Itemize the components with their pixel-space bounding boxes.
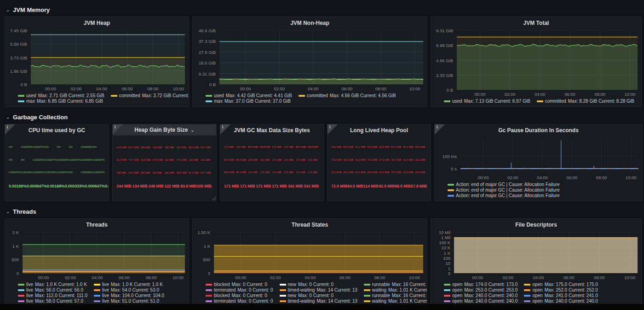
panel-title[interactable]: JVM Total xyxy=(431,17,641,28)
grid-value: 0% xyxy=(57,146,69,148)
legend-item[interactable]: openMax: 240.0 Current: 240.0 xyxy=(444,298,518,304)
panel-title[interactable]: JVM Non-Heap xyxy=(193,17,427,28)
legend-item[interactable]: openMax: 175.0 Current: 175.0 xyxy=(524,282,598,287)
panel-info-icon[interactable]: i xyxy=(113,124,123,135)
grid-value: 32.2 MiB xyxy=(403,171,415,174)
grid-total-value: 341 MiB xyxy=(288,184,304,188)
legend-item[interactable]: runnableMax: 16 Current: 15 xyxy=(364,282,427,287)
grid-value: 85.8 MiB xyxy=(308,146,320,148)
panel-cpu-time-used-by-gc: i CPU time used by GC 0%0.00033%0.00047%… xyxy=(5,124,109,201)
grid-value: 57.1 MiB xyxy=(391,146,403,148)
panel-info-icon[interactable]: i xyxy=(220,124,230,135)
series-color-dash xyxy=(94,295,100,297)
legend-item[interactable]: liveMax: 56.0 Current: 56.0 xyxy=(18,287,87,292)
series-color-dash xyxy=(448,195,454,197)
grid-total-value: 62.5 MiB xyxy=(379,184,395,188)
legend-item[interactable]: openMax: 241.0 Current: 241.0 xyxy=(524,293,598,298)
legend-item[interactable]: newMax: 0 Current: 0 xyxy=(280,282,357,287)
plot-area[interactable] xyxy=(31,30,185,84)
plot-area[interactable] xyxy=(214,232,423,273)
panel-title[interactable]: Long Lived Heap Pool xyxy=(328,124,431,135)
value-row: 91.3 MiB73.7 MiB33.8 MiB47.8 MiB110 MiB7… xyxy=(116,158,213,161)
gc-pause-chart[interactable]: 100 ms0 s00:0002:0004:0006:0008:0010:00 xyxy=(437,136,639,181)
grid-value: 27.3 MiB xyxy=(379,158,391,161)
legend-item[interactable]: terminatedMax: 0 Current: 0 xyxy=(206,287,273,292)
legend-item[interactable]: blockedMax: 0 Current: 0 xyxy=(206,282,273,287)
legend-item[interactable]: committedMax: 3.72 GiB Current: 3.72 GiB xyxy=(111,93,189,98)
dashboard: ⌄ JVM Memory JVM Heap 7.45 GiB5.59 GiB3.… xyxy=(0,0,644,307)
panel-title[interactable]: JVM GC Max Data Size Bytes xyxy=(220,124,323,135)
legend-item[interactable]: openMax: 253.0 Current: 253.0 xyxy=(444,287,518,292)
series-color-dash xyxy=(280,295,286,297)
panel-info-icon[interactable]: i xyxy=(5,124,15,135)
grid-value: 0.00033% xyxy=(33,171,45,174)
grid-value: 41.4 MiB xyxy=(403,158,415,161)
legend-item[interactable]: usedMax: 4.42 GiB Current: 4.41 GiB xyxy=(206,93,292,98)
legend-item[interactable]: committedMax: 4.56 GiB Current: 4.56 GiB xyxy=(299,93,396,98)
legend-item[interactable]: usedMax: 2.71 GiB Current: 2.55 GiB xyxy=(18,93,104,98)
legend-item[interactable]: timed-waitingMax: 14 Current: 13 xyxy=(280,287,357,292)
grid-value: 79.0 MiB xyxy=(367,158,379,161)
legend-item[interactable]: Action: end of major GC | Cause: Allocat… xyxy=(448,193,561,198)
panel-threads: Threads 2 K1 K500000:0002:0004:0006:0008… xyxy=(5,218,189,307)
panel-info-icon[interactable]: i xyxy=(435,124,445,135)
legend-item[interactable]: liveMax: 104.0 Current: 104.0 xyxy=(94,293,164,298)
grid-total-value: 0.000647% xyxy=(27,184,47,188)
legend-item[interactable]: blockedMax: 0 Current: 0 xyxy=(206,293,273,298)
series-color-dash xyxy=(206,284,212,286)
legend-item[interactable]: liveMax: 51.0 Current: 51.0 xyxy=(94,298,164,304)
legend-item[interactable]: waitingMax: 1.01 K Current: 1.01 K xyxy=(364,298,427,304)
legend-item[interactable]: liveMax: 1.0 K Current: 1.0 K xyxy=(94,282,164,287)
panel-title-menu[interactable]: Heap Gain Byte Size⌄ xyxy=(113,124,216,135)
legend-item[interactable]: committedMax: 8.28 GiB Current: 8.28 GiB xyxy=(537,99,634,104)
plot-area[interactable] xyxy=(457,30,638,90)
section-title: JVM Memory xyxy=(13,6,50,13)
panel-title[interactable]: Threads xyxy=(5,219,189,229)
legend-item[interactable]: timed-waitingMax: 14 Current: 13 xyxy=(280,298,357,304)
panel-title[interactable]: CPU time used by GC xyxy=(5,124,109,135)
legend-item[interactable]: runnableMax: 16 Current: 15 xyxy=(364,293,427,298)
section-header-jvm-memory[interactable]: ⌄ JVM Memory xyxy=(6,5,642,15)
grid-value: 0% xyxy=(69,146,81,148)
legend-item[interactable]: liveMax: 58.0 Current: 57.0 xyxy=(18,298,87,304)
legend-item[interactable]: Action: end of major GC | Cause: Allocat… xyxy=(448,182,561,187)
legend-item[interactable]: maxMax: 6.85 GiB Current: 6.85 GiB xyxy=(18,99,104,104)
legend-item[interactable]: liveMax: 1.0 K Current: 1.0 K xyxy=(18,282,87,287)
panel-info-icon[interactable]: i xyxy=(328,124,338,135)
panel-title[interactable]: File Descriptors xyxy=(431,219,641,229)
legend-item[interactable]: usedMax: 7.13 GiB Current: 6.97 GiB xyxy=(444,99,530,104)
thread-states-chart[interactable]: 1.50 K1 K500000:0002:0004:0006:0008:0010… xyxy=(196,230,424,281)
legend-item[interactable]: openMax: 252.0 Current: 252.0 xyxy=(524,287,598,292)
panel-title[interactable]: JVM Heap xyxy=(5,17,189,28)
series-color-dash xyxy=(18,289,24,291)
jvm-heap-chart[interactable]: 7.45 GiB5.59 GiB3.73 GiB1.86 GiB0 B00:00… xyxy=(8,29,186,92)
grid-value: 171 MiB xyxy=(308,158,320,161)
legend-item[interactable]: liveMax: 54.0 Current: 53.0 xyxy=(94,287,164,292)
legend-item[interactable]: openMax: 240.0 Current: 240.0 xyxy=(444,293,518,298)
legend-item[interactable]: terminatedMax: 0 Current: 0 xyxy=(206,298,273,304)
file-descriptors-chart[interactable]: 10 Mil1 Mil100 K10 K1 K100101000:0002:00… xyxy=(434,230,638,281)
panel-title[interactable]: Thread States xyxy=(193,219,427,229)
legend-item[interactable]: Action: end of major GC | Cause: Allocat… xyxy=(448,187,561,193)
plot-area[interactable] xyxy=(460,138,638,173)
plot-area[interactable] xyxy=(23,232,185,273)
jvm-nonheap-chart[interactable]: 46.6 GiB37.3 GiB27.9 GiB18.6 GiB9.31 GiB… xyxy=(196,29,424,92)
plot-area[interactable] xyxy=(219,30,423,84)
panel-title[interactable]: Gc Pause Duration In Seconds xyxy=(435,124,642,135)
panel-thread-states: Thread States 1.50 K1 K500000:0002:0004:… xyxy=(192,218,427,307)
legend-item[interactable]: openMax: 240.0 Current: 240.0 xyxy=(524,298,598,304)
section-header-garbage-collection[interactable]: ⌄ Garbage Collection xyxy=(6,112,642,122)
plot-area[interactable] xyxy=(454,232,638,273)
legend-item[interactable]: maxMax: 37.0 GiB Current: 37.0 GiB xyxy=(206,99,292,104)
threads-chart[interactable]: 2 K1 K500000:0002:0004:0006:0008:0010:00 xyxy=(8,230,186,281)
section-header-threads[interactable]: ⌄ Threads xyxy=(6,206,642,216)
legend-item[interactable]: openMax: 174.0 Current: 173.0 xyxy=(444,282,518,287)
jvm-total-chart[interactable]: 9.31 GiB6.98 GiB4.66 GiB2.33 GiB0 B00:00… xyxy=(434,29,638,97)
series-color-dash xyxy=(94,284,100,286)
totals-row: 0.00169%0.000647%0.00169%0.000333%0.0006… xyxy=(9,184,105,188)
legend-item[interactable]: waitingMax: 1.01 K Current: 1.01 K xyxy=(364,287,427,292)
legend-item[interactable]: liveMax: 112.0 Current: 111.0 xyxy=(18,293,87,298)
series-color-dash xyxy=(444,289,450,291)
legend-item[interactable]: newMax: 0 Current: 0 xyxy=(280,293,357,298)
grid-value: 0.00033% xyxy=(81,171,93,174)
